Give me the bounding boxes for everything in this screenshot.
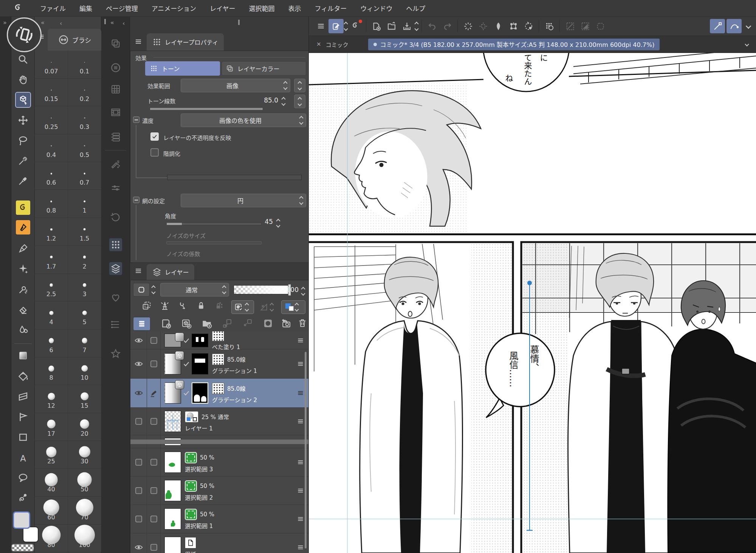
curve-tool-button[interactable]: [727, 19, 742, 33]
transform-button[interactable]: [506, 19, 521, 33]
layer-checkbox[interactable]: [150, 337, 157, 344]
brush-size-cell[interactable]: 15: [68, 385, 101, 413]
timeline-palette-button[interactable]: [109, 106, 122, 119]
layer-checkbox[interactable]: [135, 459, 142, 466]
brush-size-cell[interactable]: 50: [68, 469, 101, 497]
layer-row[interactable]: 85.0線 グラデーション 1: [130, 350, 308, 379]
layer-row[interactable]: べた塗り 1: [130, 331, 308, 350]
redo-button[interactable]: [440, 19, 455, 33]
custom-pen-tool-orange[interactable]: [16, 220, 30, 235]
brush-size-cell[interactable]: 2: [68, 246, 101, 274]
check-cell[interactable]: [147, 448, 161, 476]
density-collapse-toggle[interactable]: [133, 117, 139, 123]
brush-size-cell[interactable]: 0.6: [35, 162, 68, 190]
layer-checkbox[interactable]: [150, 544, 157, 551]
layer-color-effect-button[interactable]: レイヤーカラー: [222, 61, 306, 76]
angle-value[interactable]: 45: [249, 218, 273, 225]
save-button[interactable]: [399, 19, 414, 33]
brush-size-cell[interactable]: 2.5: [35, 274, 68, 302]
save-options-spinner[interactable]: [415, 22, 418, 30]
expand-panel-icon[interactable]: »: [3, 20, 7, 26]
layer-checkbox[interactable]: [135, 418, 142, 425]
eyedropper-tool[interactable]: [16, 174, 30, 188]
brush-size-cell[interactable]: 0.4: [35, 134, 68, 162]
opacity-spinner[interactable]: [302, 287, 305, 295]
brush-size-cell[interactable]: 10: [68, 357, 101, 385]
brush-size-cell[interactable]: 6: [35, 329, 68, 357]
sub-view-palette-button[interactable]: [109, 61, 122, 74]
layer-row-selected[interactable]: 85.0線 グラデーション 2: [130, 379, 308, 408]
selection-fill-button[interactable]: [578, 19, 593, 33]
brush-size-cell[interactable]: 1.5: [68, 218, 101, 246]
brush-size-cell[interactable]: 20: [68, 413, 101, 441]
create-layer-mask-button[interactable]: [262, 318, 274, 329]
tablet-mode-spinner[interactable]: [344, 22, 347, 30]
draft-layer-button[interactable]: [178, 300, 188, 311]
effect-range-stepper[interactable]: [294, 79, 305, 92]
brush-size-cell[interactable]: 60: [35, 497, 68, 525]
menu-item[interactable]: ページ管理: [106, 3, 138, 13]
edit-cell[interactable]: [147, 379, 161, 407]
history-palette-button[interactable]: [109, 210, 122, 223]
density-select[interactable]: 画像の色を使用: [181, 113, 306, 127]
merge-with-layer-below-button[interactable]: [242, 318, 253, 329]
dock-grip[interactable]: [238, 20, 240, 25]
layer-panel-menu-icon[interactable]: [134, 266, 143, 275]
visibility-cell[interactable]: [130, 533, 147, 553]
brush-size-cell[interactable]: 0.1: [68, 51, 101, 79]
balloon-tool[interactable]: [16, 471, 30, 485]
visibility-cell[interactable]: [130, 379, 147, 407]
menu-item[interactable]: ファイル: [40, 3, 66, 13]
layer-property-palette-button[interactable]: [109, 238, 122, 251]
mask-thumbnail[interactable]: [192, 334, 208, 347]
layer-row[interactable]: 50 % 選択範囲 3: [130, 448, 308, 477]
close-tab-icon[interactable]: ✕: [316, 41, 321, 48]
color-set-palette-button[interactable]: [109, 83, 122, 96]
reference-layer-button[interactable]: [160, 300, 170, 311]
brush-size-cell[interactable]: 0.8: [35, 190, 68, 218]
custom-brush-tool-yellow[interactable]: [16, 200, 30, 215]
sub-tool-detail-palette-button[interactable]: [109, 158, 122, 171]
brush-size-cell[interactable]: 0.25: [35, 106, 68, 134]
back-panel-icon[interactable]: ‹: [60, 20, 62, 26]
reflect-opacity-checkbox[interactable]: [150, 132, 159, 141]
row-menu-icon[interactable]: [296, 389, 305, 397]
dock-grip[interactable]: [104, 19, 106, 24]
open-file-button[interactable]: [384, 19, 399, 33]
hand-tool[interactable]: [16, 72, 30, 87]
tone-lines-spinner[interactable]: [282, 98, 285, 105]
transfer-to-layer-below-button[interactable]: [222, 318, 233, 329]
main-menu-button[interactable]: [313, 19, 328, 33]
delete-layer-button[interactable]: [297, 318, 308, 328]
clip-to-layer-below-button[interactable]: [141, 300, 152, 311]
command-bar-expand-icon[interactable]: [747, 24, 750, 28]
menu-item[interactable]: 表示: [288, 3, 301, 13]
brush-size-cell[interactable]: 30: [68, 441, 101, 469]
lasso-tool[interactable]: [16, 133, 30, 148]
menu-item[interactable]: ウィンドウ: [360, 3, 392, 13]
check-cell[interactable]: [147, 350, 161, 378]
angle-slider[interactable]: [166, 222, 262, 225]
row-menu-icon[interactable]: [296, 515, 305, 523]
angle-spinner[interactable]: [277, 219, 280, 227]
tone-area-view-button[interactable]: [542, 19, 557, 33]
layer-thumbnail[interactable]: [164, 353, 181, 374]
tone-lines-stepper[interactable]: [294, 95, 305, 108]
layer-property-menu-icon[interactable]: [134, 37, 143, 46]
brush-size-cell[interactable]: 3: [68, 274, 101, 302]
brush-size-cell[interactable]: 4: [35, 301, 68, 329]
decoration-tool[interactable]: [16, 261, 30, 276]
lock-layer-button[interactable]: [196, 300, 206, 311]
row-menu-icon[interactable]: [296, 486, 305, 495]
snap-to-ruler-button[interactable]: [460, 19, 476, 33]
move-layer-tool[interactable]: [16, 113, 30, 127]
layer-thumbnail[interactable]: [164, 382, 181, 404]
row-menu-icon[interactable]: [296, 336, 305, 345]
layer-checkbox[interactable]: [150, 487, 157, 494]
layer-row-clipped[interactable]: [130, 435, 308, 448]
favorites-palette-button[interactable]: [109, 291, 122, 304]
tab-layer-property[interactable]: レイヤープロパティ: [147, 33, 224, 51]
apply-mask-button[interactable]: [280, 318, 292, 329]
brush-size-cell[interactable]: 12: [35, 385, 68, 413]
layer-thumbnail[interactable]: [164, 411, 181, 432]
